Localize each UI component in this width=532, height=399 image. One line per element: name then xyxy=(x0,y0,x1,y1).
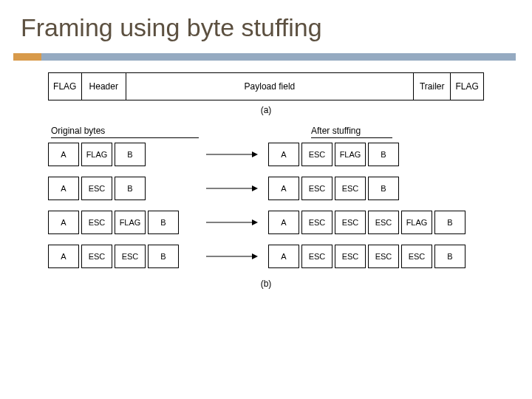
column-headers: Original bytes After stuffing xyxy=(48,126,484,138)
page-title: Framing using byte stuffing xyxy=(0,0,532,48)
byte-box: B xyxy=(115,143,146,166)
byte-box: A xyxy=(268,177,299,200)
frame-layout: FLAGHeaderPayload fieldTrailerFLAG xyxy=(48,72,484,100)
stuffing-row: AESCESCBAESCESCESCESCB xyxy=(48,245,484,268)
byte-box: B xyxy=(148,211,179,234)
byte-box: FLAG xyxy=(401,211,432,234)
byte-box: A xyxy=(48,211,79,234)
byte-box: ESC xyxy=(81,245,112,268)
svg-marker-5 xyxy=(252,219,258,225)
byte-box: A xyxy=(48,177,79,200)
original-bytes: AFLAGB xyxy=(48,143,196,166)
stuffing-row: AFLAGBAESCFLAGB xyxy=(48,143,484,166)
byte-box: B xyxy=(368,177,399,200)
stuffing-row: AESCBAESCESCB xyxy=(48,177,484,200)
byte-box: ESC xyxy=(368,211,399,234)
byte-box: B xyxy=(115,177,146,200)
stuffed-bytes: AESCESCB xyxy=(268,177,401,200)
stuffed-bytes: AESCFLAGB xyxy=(268,143,401,166)
byte-box: ESC xyxy=(368,245,399,268)
original-bytes: AESCFLAGB xyxy=(48,211,196,234)
original-bytes: AESCESCB xyxy=(48,245,196,268)
byte-box: ESC xyxy=(335,245,366,268)
figure: FLAGHeaderPayload fieldTrailerFLAG (a) O… xyxy=(48,72,484,299)
svg-marker-3 xyxy=(252,185,258,191)
title-bar xyxy=(13,53,516,61)
original-bytes: AESCB xyxy=(48,177,196,200)
arrow-icon xyxy=(196,184,268,193)
arrow-icon xyxy=(196,252,268,261)
title-bar-accent xyxy=(13,53,41,61)
byte-box: A xyxy=(268,143,299,166)
frame-cell: FLAG xyxy=(49,73,82,100)
stuffed-bytes: AESCESCESCFLAGB xyxy=(268,211,468,234)
stuffing-row: AESCFLAGBAESCESCESCFLAGB xyxy=(48,211,484,234)
byte-box: ESC xyxy=(335,177,366,200)
frame-cell: Header xyxy=(82,73,126,100)
byte-box: ESC xyxy=(301,143,332,166)
byte-box: B xyxy=(434,245,466,268)
caption-a: (a) xyxy=(48,105,484,115)
byte-box: ESC xyxy=(81,177,112,200)
byte-box: ESC xyxy=(401,245,432,268)
byte-box: A xyxy=(48,143,79,166)
byte-box: FLAG xyxy=(335,143,366,166)
byte-box: ESC xyxy=(301,211,332,234)
byte-box: ESC xyxy=(115,245,146,268)
arrow-icon xyxy=(196,218,268,227)
header-after: After stuffing xyxy=(311,126,392,138)
byte-box: B xyxy=(368,143,399,166)
byte-box: FLAG xyxy=(81,143,112,166)
byte-box: A xyxy=(48,245,79,268)
header-original: Original bytes xyxy=(51,126,199,138)
byte-box: B xyxy=(434,211,466,234)
stuffed-bytes: AESCESCESCESCB xyxy=(268,245,468,268)
svg-marker-1 xyxy=(252,151,258,157)
byte-box: ESC xyxy=(335,211,366,234)
byte-box: A xyxy=(268,245,299,268)
byte-box: FLAG xyxy=(115,211,146,234)
byte-box: ESC xyxy=(301,177,332,200)
slide: Framing using byte stuffing FLAGHeaderPa… xyxy=(0,0,532,399)
stuffing-rows: AFLAGBAESCFLAGBAESCBAESCESCBAESCFLAGBAES… xyxy=(48,143,484,268)
byte-box: ESC xyxy=(301,245,332,268)
arrow-icon xyxy=(196,150,268,159)
frame-cell: Trailer xyxy=(414,73,451,100)
frame-cell: FLAG xyxy=(451,73,483,100)
byte-box: B xyxy=(148,245,179,268)
byte-box: A xyxy=(268,211,299,234)
svg-marker-7 xyxy=(252,253,258,259)
caption-b: (b) xyxy=(48,279,484,289)
byte-box: ESC xyxy=(81,211,112,234)
frame-cell: Payload field xyxy=(126,73,414,100)
